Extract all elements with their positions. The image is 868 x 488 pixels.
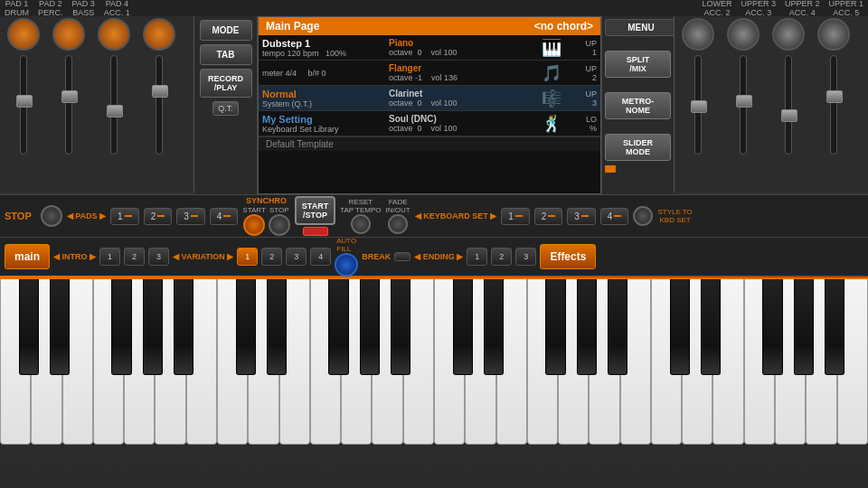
variation-btn-2[interactable]: 2: [261, 248, 282, 266]
page-row-1[interactable]: Dubstep 1 tempo 120 bpm 100% Piano octav…: [259, 35, 600, 61]
black-key-17[interactable]: [762, 279, 782, 375]
fader-thumb-acc1[interactable]: [152, 85, 168, 98]
black-key-15[interactable]: [670, 279, 690, 375]
fader-thumb-perc[interactable]: [61, 90, 78, 103]
pad-perc-btn[interactable]: [52, 18, 85, 51]
black-key-4[interactable]: [174, 279, 193, 375]
tab-button[interactable]: TAB: [200, 44, 252, 65]
page-row-4[interactable]: My Setting Keyboard Set Library Soul (DN…: [259, 111, 600, 136]
pad-btn-2[interactable]: 2: [144, 208, 173, 225]
style-to-kbs-label: STYLE TOKBD SET: [657, 208, 692, 224]
black-key-6[interactable]: [267, 279, 287, 375]
acc4-col: [767, 18, 810, 191]
synchro-start-btn[interactable]: [243, 214, 265, 236]
black-key-13[interactable]: [577, 279, 597, 375]
pad2-label: PAD 2PERC.: [38, 0, 63, 17]
black-key-8[interactable]: [360, 279, 380, 375]
row1-style: Piano: [389, 38, 533, 48]
row3-up: UP3: [570, 89, 597, 108]
effects-button[interactable]: Effects: [540, 244, 596, 269]
row4-icon: 🕺: [533, 114, 570, 134]
fade-btn[interactable]: [388, 214, 408, 234]
auto-fill-btn[interactable]: [335, 253, 358, 277]
black-key-18[interactable]: [794, 279, 814, 375]
black-key-14[interactable]: [608, 279, 627, 375]
acc3-thumb[interactable]: [736, 95, 752, 108]
black-key-3[interactable]: [143, 279, 163, 375]
pad-col-perc: [47, 18, 90, 191]
black-key-16[interactable]: [701, 279, 721, 375]
metronome-button[interactable]: METRO-NOME: [605, 92, 671, 119]
pad-acc1-btn[interactable]: [143, 18, 175, 51]
variation-btn-4[interactable]: 4: [310, 248, 331, 266]
break-label: BREAK: [362, 252, 391, 261]
black-key-2[interactable]: [111, 279, 131, 375]
slider-mode-button[interactable]: SLIDERMODE: [605, 134, 671, 161]
split-mix-button[interactable]: SPLIT/MIX: [605, 51, 671, 78]
acc4-btn[interactable]: [772, 18, 805, 51]
record-play-button[interactable]: RECORD/PLAY: [200, 69, 252, 98]
kbd-btn-4[interactable]: 4: [600, 208, 629, 225]
page-row-3[interactable]: Normal System (Q.T.) Clarinet octave 0 v…: [259, 86, 600, 111]
acc2-btn[interactable]: [682, 18, 714, 51]
mode-button[interactable]: MODE: [200, 20, 252, 41]
intro-btn-2[interactable]: 2: [124, 248, 145, 266]
row2-right: Flanger octave -1 vol 136: [389, 63, 533, 82]
break-btn[interactable]: [394, 252, 410, 261]
black-key-11[interactable]: [484, 279, 504, 375]
pattern-row: main ◀ INTRO ▶ 1 2 3 ◀ VARIATION ▶ 1 2 3…: [0, 238, 868, 276]
acc5-thumb[interactable]: [826, 90, 843, 103]
black-key-12[interactable]: [545, 279, 565, 375]
kbd-btn-1[interactable]: 1: [501, 208, 530, 225]
page-title: Main Page: [266, 20, 319, 33]
start-stop-btn[interactable]: START/STOP: [295, 196, 335, 225]
ending-btn-1[interactable]: 1: [467, 248, 487, 266]
pad-btn-3[interactable]: 3: [176, 208, 205, 225]
page-header: Main Page <no chord>: [259, 17, 600, 35]
intro-btn-3[interactable]: 3: [148, 248, 169, 266]
stop-btn[interactable]: [41, 205, 62, 227]
row3-right: Clarinet octave 0 vol 100: [389, 89, 533, 108]
row4-name: My Setting: [262, 114, 389, 125]
keyboard-section: [0, 277, 868, 445]
kbd-btn-3[interactable]: 3: [567, 208, 596, 225]
kbd-btn-5[interactable]: [633, 206, 653, 226]
ending-btn-3[interactable]: 3: [515, 248, 536, 266]
kbd-set-label: ◀ KEYBOARD SET ▶: [415, 211, 497, 221]
auto-fill-label: AUTOFILL: [336, 237, 356, 253]
variation-btn-3[interactable]: 3: [286, 248, 307, 266]
black-key-9[interactable]: [391, 279, 410, 375]
pad-bass-btn[interactable]: [98, 18, 130, 51]
stop-label: STOP: [5, 211, 32, 221]
black-key-1[interactable]: [50, 279, 70, 375]
variation-btn-1[interactable]: 1: [237, 248, 258, 266]
black-key-10[interactable]: [453, 279, 473, 375]
row3-style: Clarinet: [389, 89, 533, 99]
main-button[interactable]: main: [5, 244, 50, 269]
intro-btn-1[interactable]: 1: [99, 248, 120, 266]
pad-btn-4[interactable]: 4: [210, 208, 239, 225]
kbd-btn-2[interactable]: 2: [534, 208, 563, 225]
black-key-0[interactable]: [19, 279, 39, 375]
black-key-5[interactable]: [236, 279, 256, 375]
acc2-thumb[interactable]: [691, 100, 707, 113]
fader-thumb-drum[interactable]: [16, 95, 33, 108]
lower-acc2-label: LOWERACC. 2: [702, 0, 731, 17]
synchro-stop-btn[interactable]: [269, 214, 290, 236]
black-key-7[interactable]: [328, 279, 348, 375]
acc4-thumb[interactable]: [781, 109, 797, 122]
right-accs: [674, 16, 868, 192]
page-row-2[interactable]: meter 4/4 b/# 0 Flanger octave -1 vol 13…: [259, 61, 600, 86]
menu-button[interactable]: MENU: [605, 19, 677, 36]
black-key-19[interactable]: [825, 279, 844, 375]
ending-btn-2[interactable]: 2: [491, 248, 512, 266]
pad-btn-1[interactable]: 1: [110, 208, 139, 225]
row4-style2: octave 0 vol 100: [389, 124, 533, 133]
row4-right: Soul (DNC) octave 0 vol 100: [389, 114, 533, 133]
qt-button[interactable]: Q.T.: [212, 101, 239, 116]
acc3-btn[interactable]: [727, 18, 760, 51]
pad-drum-btn[interactable]: [7, 18, 40, 51]
reset-btn[interactable]: [351, 214, 371, 234]
acc5-btn[interactable]: [817, 18, 850, 51]
fader-thumb-bass[interactable]: [107, 105, 123, 117]
